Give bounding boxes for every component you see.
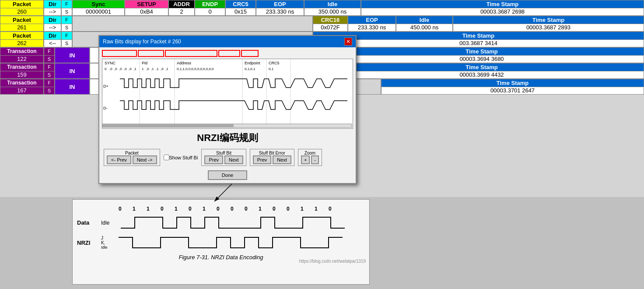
packet-262-fs-group: F S xyxy=(61,32,72,47)
packet-next-button[interactable]: Next -> xyxy=(133,155,157,164)
packet-262-dir-group: Dir <-- xyxy=(44,32,61,47)
svg-text:,0: ,0 xyxy=(124,67,127,71)
show-stuff-bit-checkbox[interactable] xyxy=(164,155,169,160)
packet-262-dir-label: Dir xyxy=(44,32,61,40)
modal-title: Raw Bits display for Packet # 260 xyxy=(103,39,181,45)
packet-261-fs-group: F S xyxy=(61,16,72,32)
red-box-sync xyxy=(102,50,137,57)
packet-261-label: Packet xyxy=(0,16,43,24)
trans-167-type: IN xyxy=(55,79,89,94)
jk-labels: J K. Idle xyxy=(101,236,119,250)
packet-261-row: Packet 261 Dir --> F S CRC16 0x072F EOP … xyxy=(0,16,644,32)
packet-prev-button[interactable]: <- Prev xyxy=(107,155,131,164)
svg-text:,0: ,0 xyxy=(119,67,122,71)
endp-section-label: Endpoint xyxy=(245,61,260,65)
svg-text:0: 0 xyxy=(119,206,122,212)
diagram-content: 0 1 1 0 1 0 1 0 0 0 1 0 0 1 1 0 Data Idl… xyxy=(73,200,369,265)
setup-group: SETUP 0xB4 xyxy=(125,0,168,16)
packet-261-f: F xyxy=(62,16,72,24)
modal-close-button[interactable]: ✕ xyxy=(344,38,352,46)
idle-val: 350.000 ns xyxy=(304,8,360,16)
stuff-bit-next-button[interactable]: Next xyxy=(224,155,243,164)
eop261-group: EOP 233.330 ns xyxy=(348,16,396,32)
show-stuff-bit-label: Show Stuff Bi xyxy=(169,155,198,160)
idle261-group: Idle 450.000 ns xyxy=(396,16,453,32)
addr-group: ADDR 2 xyxy=(168,0,195,16)
idle261-val: 450.000 ns xyxy=(396,24,452,32)
trans-122-label: Transaction xyxy=(0,48,43,56)
crc5-label: CRC5 xyxy=(226,0,256,8)
sync-label: Sync xyxy=(73,0,124,8)
svg-text:0: 0 xyxy=(287,206,290,212)
trans-167-label-group: Transaction 167 xyxy=(0,79,44,95)
ts-label: Time Stamp xyxy=(361,0,644,8)
stuff-bit-error-nav-group: Stuff Bit Error Prev Next xyxy=(250,149,294,166)
raw-bits-modal: Raw Bits display for Packet # 260 ✕ SYNC… xyxy=(98,35,357,184)
stuff-bit-error-label: Stuff Bit Error xyxy=(253,151,291,155)
trans-159-num: 159 xyxy=(0,71,43,79)
svg-text:,0: ,0 xyxy=(109,67,112,71)
packet-nav-group: Packet <- Prev Next -> xyxy=(104,149,160,166)
stuff-error-prev-button[interactable]: Prev xyxy=(253,155,272,164)
trans-167-type-group: IN xyxy=(55,79,90,95)
crc5-val: 0x15 xyxy=(226,8,256,16)
trans-167-num: 167 xyxy=(0,87,43,95)
bit-labels-row: 0 1 1 0 1 0 1 0 0 0 1 0 0 1 1 0 xyxy=(119,204,365,213)
waveform-display: SYNC Pid Address Endpoint CRC5 0 ,0 ,0 ,… xyxy=(102,59,353,129)
eop261-label: EOP xyxy=(348,16,396,24)
ts122-label: Time Stamp xyxy=(320,48,644,56)
sync-val: 00000001 xyxy=(73,8,124,16)
packet-261-label-group: Packet 261 xyxy=(0,16,44,32)
stuff-error-next-button[interactable]: Next xyxy=(273,155,291,164)
waveform-svg: SYNC Pid Address Endpoint CRC5 0 ,0 ,0 ,… xyxy=(102,59,352,127)
zoom-label: Zoom xyxy=(301,151,319,155)
zoom-group: Zoom + - xyxy=(298,149,322,166)
crc16-group: CRC16 0x072F xyxy=(313,16,348,32)
idle-group: Idle 350.000 ns xyxy=(304,0,361,16)
svg-text:0,1: 0,1 xyxy=(269,67,274,71)
ts167-group: Time Stamp 00003.3701 2647 xyxy=(381,79,644,95)
idle261-label: Idle xyxy=(396,16,452,24)
addr-section-label: Address xyxy=(177,61,192,65)
trans-159-label-group: Transaction 159 xyxy=(0,63,44,79)
zoom-out-button[interactable]: - xyxy=(311,155,319,164)
svg-text:1: 1 xyxy=(142,67,144,71)
setup-label: SETUP xyxy=(125,0,168,8)
crc16-val: 0x072F xyxy=(313,24,347,32)
ts122-group: Time Stamp 00003.3694 3680 xyxy=(319,47,644,63)
stuff-bit-prev-button[interactable]: Prev xyxy=(204,155,223,164)
data-waveform-svg xyxy=(121,215,344,230)
ts-val: 00003.3687 2698 xyxy=(361,8,644,16)
setup-val: 0xB4 xyxy=(125,8,168,16)
stuff-bit-label: Stuff Bit xyxy=(204,151,243,155)
svg-text:1: 1 xyxy=(259,206,262,212)
svg-text:,1: ,1 xyxy=(165,67,168,71)
stuff-bit-error-nav-buttons: Prev Next xyxy=(253,155,291,164)
packet-261-num: 261 xyxy=(0,24,43,32)
ts167-label: Time Stamp xyxy=(382,79,644,87)
packet-262-label: Packet xyxy=(0,32,43,40)
done-button[interactable]: Done xyxy=(208,170,247,180)
trans-167-s: S xyxy=(44,87,54,95)
k-label: K. xyxy=(101,240,119,245)
trans-159-label: Transaction xyxy=(0,63,43,71)
ts159-val: 00003.3699 4432 xyxy=(320,71,644,79)
red-box-addr xyxy=(165,50,217,57)
zoom-in-button[interactable]: + xyxy=(301,155,310,164)
svg-text:0: 0 xyxy=(189,206,192,212)
eop261-val: 233.330 ns xyxy=(348,24,396,32)
svg-text:,0: ,0 xyxy=(146,67,149,71)
caption-text: Figure 7-31. NRZI Data Encoding xyxy=(179,254,263,261)
packet-260-dir-group: Dir --> xyxy=(44,0,61,16)
nrzi-title: NRZI编码规则 xyxy=(102,131,353,144)
packet-262-s: S xyxy=(62,40,72,47)
packet-260-fs-group: F S xyxy=(61,0,72,16)
trans-159-fs-group: F S xyxy=(44,63,55,79)
svg-text:0: 0 xyxy=(217,206,220,212)
trans-159-f: F xyxy=(44,63,54,71)
modal-controls: Packet <- Prev Next -> Show Stuff Bi Stu… xyxy=(102,147,353,168)
trans-122-type: IN xyxy=(55,48,89,63)
packet-260-label-group: Packet 260 xyxy=(0,0,44,16)
svg-text:0: 0 xyxy=(105,67,107,71)
nrzi-waveform-svg xyxy=(119,234,342,251)
